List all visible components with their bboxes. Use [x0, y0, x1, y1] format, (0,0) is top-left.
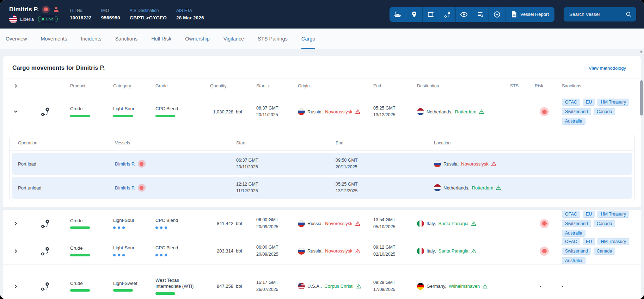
- quantity-value: 203,314: [210, 248, 233, 254]
- start-datetime: 15:17 GMT26/07/2025: [256, 279, 295, 293]
- flag-netherlands-icon: [417, 108, 424, 115]
- sanctions-empty: -: [562, 284, 563, 289]
- vessel-report-button[interactable]: Vessel Report: [505, 7, 554, 22]
- product-value: Crude: [70, 245, 82, 251]
- tab-incidents[interactable]: Incidents: [81, 29, 101, 49]
- field-lli-no: LLI No. 10016222: [70, 8, 92, 20]
- product-value: Crude: [70, 106, 82, 112]
- sanctions-badges: OFAC EU HM Treasury Switzerland Canada A…: [562, 211, 641, 237]
- page-title: Cargo movements for Dimitris P.: [12, 64, 105, 71]
- sanction-badge: HM Treasury: [597, 99, 629, 106]
- product-confidence-bar: [70, 289, 90, 292]
- operation-row-port-load: Port load Dimitris P. 06:37 GMT20/11/202…: [12, 153, 632, 175]
- sanction-badge: Canada: [594, 248, 615, 255]
- sanction-badge: Switzerland: [562, 108, 591, 115]
- geofence-icon[interactable]: [423, 7, 439, 22]
- quantity-value: 1,030,728: [210, 109, 233, 114]
- warning-triangle-icon: [496, 185, 501, 191]
- grade-value: CPC Blend: [155, 218, 178, 224]
- col-category: Category: [113, 83, 155, 88]
- grade-value: CPC Blend: [155, 106, 178, 112]
- grade-value: West Texas Intermediate (WTI): [155, 278, 202, 289]
- collapse-all-chevron-icon[interactable]: [13, 83, 19, 89]
- destination-location: Netherlands, Rotterdam: [414, 108, 510, 115]
- chevron-right-icon[interactable]: [13, 284, 19, 289]
- subcol-start: Start: [236, 141, 336, 145]
- grade-value: CPC Blend: [155, 245, 178, 251]
- col-start[interactable]: Start↓: [256, 83, 295, 88]
- vertical-scrollbar[interactable]: [640, 80, 643, 116]
- chevron-right-icon[interactable]: [13, 248, 19, 254]
- start-datetime: 06:00 GMT20/09/2025: [256, 244, 295, 258]
- search-icon[interactable]: [625, 11, 632, 18]
- live-dot-icon: [42, 18, 44, 20]
- flag-italy-icon: [417, 248, 424, 255]
- sanction-badge: HM Treasury: [597, 211, 629, 218]
- sanction-badge: Switzerland: [562, 248, 591, 255]
- end-datetime: 09:50 GMT20/11/2025: [336, 157, 434, 171]
- tab-hull-risk[interactable]: Hull Risk: [151, 29, 171, 49]
- operation-value: Port load: [18, 161, 115, 167]
- route-icon[interactable]: [40, 281, 50, 292]
- route-icon[interactable]: [439, 7, 456, 22]
- end-datetime: 05:25 GMT13/12/2025: [373, 105, 414, 119]
- tab-sts-pairings[interactable]: STS Pairings: [258, 29, 288, 49]
- vessel-id-fields: LLI No. 10016222 IMO 9565950 AIS Destina…: [70, 8, 204, 20]
- sanction-badge: Canada: [594, 220, 615, 227]
- field-imo: IMO 9565950: [101, 8, 120, 20]
- col-risk: Risk: [535, 83, 562, 88]
- quantity-unit: bbl: [236, 109, 242, 114]
- category-confidence-bar: [113, 115, 133, 117]
- flag-germany-icon: [417, 283, 424, 290]
- warning-triangle-icon: [356, 284, 362, 289]
- add-circle-icon[interactable]: [489, 7, 505, 22]
- risk-indicator: [535, 247, 562, 256]
- quantity-unit: bbl: [236, 248, 242, 254]
- vessel-link[interactable]: Dimitris P.: [115, 161, 135, 167]
- view-methodology-link[interactable]: View methodology: [589, 66, 626, 71]
- sanction-badge: Australia: [562, 257, 585, 264]
- vessel-country: Liberia: [20, 17, 34, 22]
- live-status-badge: Live: [38, 16, 58, 22]
- operation-location: Netherlands, Rotterdam: [434, 184, 632, 191]
- app-window: Dimitris P. Liberia Live LLI No. 1001622…: [0, 0, 644, 299]
- sanction-badge: Canada: [594, 108, 615, 115]
- tab-sanctions[interactable]: Sanctions: [115, 29, 137, 49]
- chevron-down-icon[interactable]: [13, 109, 19, 114]
- vessel-search: [564, 7, 636, 21]
- route-icon[interactable]: [40, 246, 50, 256]
- warning-triangle-icon: [479, 109, 484, 114]
- vessel-name: Dimitris P.: [9, 6, 39, 13]
- quantity-unit: bbl: [236, 284, 242, 289]
- route-icon[interactable]: [40, 218, 50, 229]
- scrollbar-up-arrow[interactable]: [640, 50, 643, 52]
- cargo-movements-card: Cargo movements for Dimitris P. View met…: [3, 56, 641, 299]
- ship-icon[interactable]: [390, 7, 406, 22]
- tab-overview[interactable]: Overview: [6, 29, 27, 49]
- search-input[interactable]: [569, 11, 625, 17]
- sort-desc-icon: ↓: [267, 83, 269, 88]
- vessel-link[interactable]: Dimitris P.: [115, 185, 135, 191]
- grade-confidence-bar: [155, 292, 175, 295]
- top-bar: Dimitris P. Liberia Live LLI No. 1001622…: [0, 0, 644, 29]
- chevron-right-icon[interactable]: [13, 221, 19, 226]
- vessel-risk-dot-icon: [138, 184, 146, 192]
- location-pin-icon[interactable]: [406, 7, 423, 22]
- cargo-row: Crude Light-Sour CPC Blend 1,030,728bbl …: [3, 93, 641, 130]
- route-icon[interactable]: [40, 106, 50, 117]
- add-to-list-icon[interactable]: [472, 7, 489, 22]
- tab-ownership[interactable]: Ownership: [185, 29, 209, 49]
- subcol-location: Location: [434, 141, 634, 145]
- col-end: End: [373, 83, 414, 88]
- quantity-unit: bbl: [236, 221, 242, 226]
- tab-cargo[interactable]: Cargo: [301, 29, 315, 49]
- watch-eye-icon[interactable]: [456, 7, 472, 22]
- sanction-badge: Australia: [562, 230, 585, 237]
- tab-movements[interactable]: Movements: [41, 29, 67, 49]
- warning-triangle-icon: [482, 284, 488, 289]
- row-separator-band: [3, 207, 641, 210]
- warning-triangle-icon: [355, 109, 361, 114]
- tab-vigilance[interactable]: Vigilance: [223, 29, 244, 49]
- destination-location: Italy, Santa Panagia: [414, 220, 510, 227]
- origin-location: Russia, Novorossiysk: [295, 248, 373, 255]
